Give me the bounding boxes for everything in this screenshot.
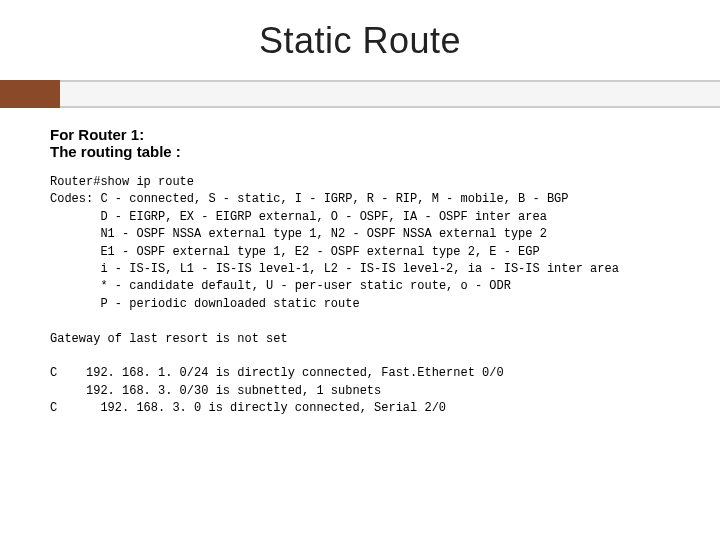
indent	[50, 245, 100, 259]
route-line-2: 192. 168. 3. 0/30 is subnetted, 1 subnet…	[50, 384, 381, 398]
indent	[50, 210, 100, 224]
codes-1: C - connected, S - static, I - IGRP, R -…	[100, 192, 568, 206]
accent-left-block	[0, 80, 60, 108]
codes-5: i - IS-IS, L1 - IS-IS level-1, L2 - IS-I…	[100, 262, 618, 276]
indent	[50, 262, 100, 276]
codes-2: D - EIGRP, EX - EIGRP external, O - OSPF…	[100, 210, 546, 224]
terminal-output: Router#show ip route Codes: C - connecte…	[50, 174, 670, 417]
indent	[50, 297, 100, 311]
intro-line-1: For Router 1:	[50, 126, 670, 143]
cmd-line: Router#show ip route	[50, 175, 194, 189]
accent-bar	[0, 80, 720, 108]
route-line-1: C 192. 168. 1. 0/24 is directly connecte…	[50, 366, 504, 380]
intro-line-2: The routing table :	[50, 143, 670, 160]
codes-6: * - candidate default, U - per-user stat…	[100, 279, 510, 293]
gateway-line: Gateway of last resort is not set	[50, 332, 288, 346]
indent	[50, 279, 100, 293]
slide-body: For Router 1: The routing table : Router…	[0, 108, 720, 417]
route-line-3: C 192. 168. 3. 0 is directly connected, …	[50, 401, 446, 415]
codes-7: P - periodic downloaded static route	[100, 297, 359, 311]
codes-3: N1 - OSPF NSSA external type 1, N2 - OSP…	[100, 227, 546, 241]
accent-right-band	[60, 80, 720, 108]
codes-4: E1 - OSPF external type 1, E2 - OSPF ext…	[100, 245, 539, 259]
codes-prefix: Codes:	[50, 192, 100, 206]
slide-title: Static Route	[0, 20, 720, 62]
slide: Static Route For Router 1: The routing t…	[0, 0, 720, 540]
indent	[50, 227, 100, 241]
